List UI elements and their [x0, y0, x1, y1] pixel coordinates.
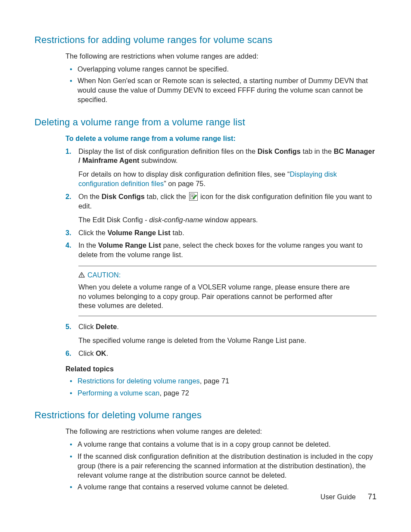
step-item: Display the list of disk configuration d…: [65, 147, 377, 189]
text: tab, click the: [145, 193, 188, 200]
section-body: The following are restrictions when volu…: [34, 52, 377, 105]
text: , page 71: [200, 377, 229, 385]
heading-deleting-range: Deleting a volume range from a volume ra…: [34, 116, 377, 129]
step-note: For details on how to display disk confi…: [78, 170, 377, 189]
text: window appears.: [203, 216, 258, 224]
list-item: If the scanned disk configuration defini…: [78, 452, 377, 480]
step-item: Click OK.: [65, 349, 377, 358]
list-item: Performing a volume scan, page 72: [78, 389, 377, 398]
heading-restrictions-adding: Restrictions for adding volume ranges fo…: [34, 34, 377, 47]
text: In the: [78, 241, 98, 249]
step-item: Click the Volume Range List tab.: [65, 228, 377, 238]
link-restrictions-deleting[interactable]: Restrictions for deleting volume ranges: [78, 377, 200, 385]
list-item: A volume range that contains a volume th…: [78, 440, 377, 449]
text: , page 72: [159, 389, 189, 397]
intro-text: The following are restrictions when volu…: [65, 427, 377, 436]
text: subwindow.: [139, 156, 177, 164]
list-item: When Non Gen'ed scan or Remote scan is s…: [78, 76, 377, 105]
section-body: To delete a volume range from a volume r…: [34, 134, 377, 398]
steps-list: Display the list of disk configuration d…: [65, 147, 377, 260]
text: tab.: [171, 229, 184, 236]
bold-text: Disk Configs: [258, 147, 301, 155]
list-item: Restrictions for deleting volume ranges,…: [78, 376, 377, 386]
caution-label: CAUTION:: [87, 271, 121, 279]
footer-label: User Guide: [321, 493, 356, 501]
caution-text: When you delete a volume range of a VOLS…: [78, 283, 351, 311]
step-item: On the Disk Configs tab, click the icon …: [65, 192, 377, 225]
step-item: In the Volume Range List pane, select th…: [65, 241, 377, 260]
text: Click: [78, 323, 96, 330]
bullet-list: Overlapping volume ranges cannot be spec…: [65, 65, 377, 105]
text: For details on how to display disk confi…: [78, 170, 290, 178]
step-note: The Edit Disk Config - disk-config-name …: [78, 215, 377, 225]
section-body: The following are restrictions when volu…: [34, 427, 377, 492]
caution-heading: CAUTION:: [78, 271, 351, 280]
bold-text: Disk Configs: [102, 193, 145, 200]
link-performing-scan[interactable]: Performing a volume scan: [78, 389, 159, 397]
text: Click the: [78, 229, 108, 236]
text: Click: [78, 349, 96, 357]
svg-point-8: [81, 276, 82, 277]
bullet-list: A volume range that contains a volume th…: [65, 440, 377, 492]
bold-text: Volume Range List: [108, 229, 171, 236]
text: Display the list of disk configuration d…: [78, 147, 258, 155]
bold-text: OK: [96, 349, 106, 357]
bold-text: Delete: [96, 323, 117, 330]
list-item: A volume range that contains a reserved …: [78, 482, 377, 492]
text: .: [106, 349, 109, 357]
step-note: The specified volume range is deleted fr…: [78, 336, 377, 345]
text: ” on page 75.: [164, 180, 206, 187]
intro-text: The following are restrictions when volu…: [65, 52, 377, 61]
step-text: On the Disk Configs tab, click the icon …: [78, 193, 372, 210]
bold-text: Volume Range List: [98, 241, 161, 249]
caution-icon: [78, 271, 85, 277]
procedure-title: To delete a volume range from a volume r…: [65, 134, 377, 143]
step-item: Click Delete. The specified volume range…: [65, 322, 377, 345]
heading-restrictions-deleting: Restrictions for deleting volume ranges: [34, 409, 377, 422]
text: .: [117, 323, 119, 330]
page-footer: User Guide71: [321, 492, 377, 502]
edit-icon: [189, 192, 198, 201]
list-item: Overlapping volume ranges cannot be spec…: [78, 65, 377, 74]
text: On the: [78, 193, 102, 200]
related-topics-heading: Related topics: [65, 364, 377, 374]
page: Restrictions for adding volume ranges fo…: [0, 0, 411, 532]
caution-box: CAUTION: When you delete a volume range …: [78, 266, 377, 316]
page-number: 71: [368, 492, 377, 501]
text: The Edit Disk Config -: [78, 216, 149, 224]
steps-list-cont: Click Delete. The specified volume range…: [65, 322, 377, 358]
related-list: Restrictions for deleting volume ranges,…: [65, 376, 377, 398]
step-text: Display the list of disk configuration d…: [78, 147, 375, 165]
text: tab in the: [301, 147, 334, 155]
italic-text: disk-config-name: [149, 216, 203, 224]
